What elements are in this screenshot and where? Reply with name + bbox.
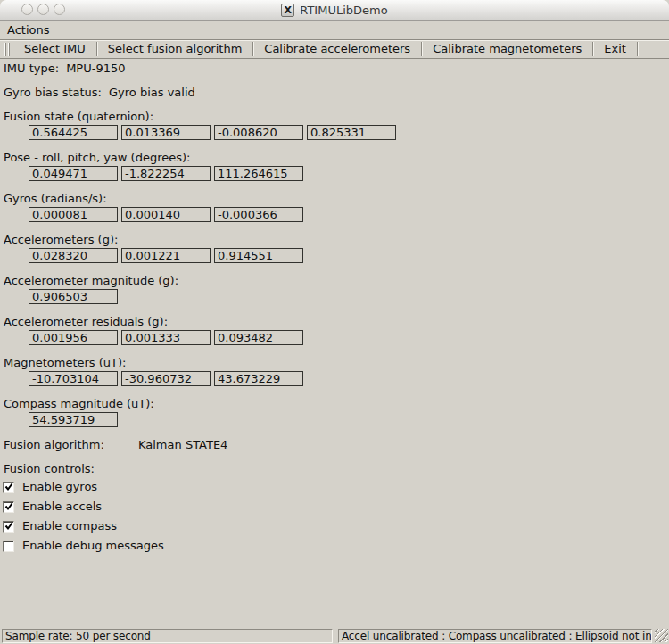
titlebar[interactable]: X RTIMULibDemo (0, 0, 669, 21)
gyros-field-0[interactable]: 0.000081 (29, 207, 118, 222)
calibrate-accelerometers-button[interactable]: Calibrate accelerometers (254, 41, 420, 57)
gyro-bias-row: Gyro bias status:Gyro bias valid (4, 86, 669, 100)
window-title: RTIMULibDemo (300, 4, 387, 17)
resize-grip-icon[interactable] (655, 629, 668, 642)
magnetometers-fields: -10.703104 -30.960732 43.673229 (29, 371, 669, 386)
accelerometers-field-1[interactable]: 0.001221 (121, 248, 211, 263)
enable-debug-messages-row: Enable debug messages (3, 539, 669, 553)
sample-rate-status: Sample rate: 50 per second (2, 629, 333, 643)
magnetometers-field-0[interactable]: -10.703104 (29, 371, 118, 386)
fusion-controls-label: Fusion controls: (4, 462, 669, 476)
menubar: Actions (0, 21, 669, 40)
fusion-state-field-1[interactable]: 0.013369 (121, 125, 211, 140)
accelerometers-fields: 0.028320 0.001221 0.914551 (29, 248, 669, 263)
fusion-state-field-0[interactable]: 0.564425 (29, 125, 118, 140)
gyros-field-2[interactable]: -0.000366 (214, 207, 303, 222)
statusbar: Sample rate: 50 per second Accel uncalib… (0, 628, 669, 644)
exit-button[interactable]: Exit (594, 41, 636, 57)
enable-accels-row: Enable accels (3, 500, 669, 514)
enable-accels-checkbox[interactable] (3, 501, 14, 513)
pose-fields: 0.049471 -1.822254 111.264615 (29, 166, 669, 181)
window-controls (21, 4, 65, 15)
fusion-algorithm-value: Kalman STATE4 (138, 438, 227, 451)
accel-magnitude-field-0[interactable]: 0.906503 (29, 289, 118, 304)
imu-type-row: IMU type:MPU-9150 (4, 62, 669, 76)
enable-debug-messages-label: Enable debug messages (22, 539, 164, 553)
close-window-button[interactable] (21, 4, 33, 15)
imu-type-label: IMU type: (4, 62, 59, 75)
fusion-state-fields: 0.564425 0.013369 -0.008620 0.825331 (29, 125, 669, 140)
gyros-fields: 0.000081 0.000140 -0.000366 (29, 207, 669, 222)
pose-label: Pose - roll, pitch, yaw (degrees): (4, 151, 669, 165)
x11-app-icon: X (281, 4, 294, 17)
fusion-algorithm-label: Fusion algorithm: (4, 438, 138, 452)
toolbar-separator (421, 42, 422, 56)
zoom-window-button[interactable] (54, 4, 65, 15)
compass-magnitude-label: Compass magnitude (uT): (4, 397, 669, 411)
menu-actions[interactable]: Actions (2, 21, 55, 38)
fusion-state-label: Fusion state (quaternion): (4, 110, 669, 124)
gyros-label: Gyros (radians/s): (4, 192, 669, 206)
enable-gyros-label: Enable gyros (22, 480, 97, 494)
enable-accels-label: Enable accels (22, 500, 102, 514)
main-content: IMU type:MPU-9150 Gyro bias status:Gyro … (0, 60, 669, 553)
pose-field-1[interactable]: -1.822254 (121, 166, 211, 181)
accel-residuals-field-1[interactable]: 0.001333 (121, 330, 211, 345)
checkmark-icon (4, 502, 13, 511)
accel-residuals-field-2[interactable]: 0.093482 (214, 330, 303, 345)
magnetometers-field-2[interactable]: 43.673229 (214, 371, 303, 386)
toolbar-drag-handle-icon[interactable] (4, 43, 12, 56)
fusion-algorithm-row: Fusion algorithm:Kalman STATE4 (4, 438, 669, 452)
enable-gyros-checkbox[interactable] (3, 482, 14, 493)
toolbar: Select IMU Select fusion algorithm Calib… (0, 40, 669, 59)
magnetometers-field-1[interactable]: -30.960732 (121, 371, 211, 386)
compass-magnitude-fields: 54.593719 (29, 412, 669, 427)
enable-gyros-row: Enable gyros (3, 480, 669, 494)
accel-magnitude-fields: 0.906503 (29, 289, 669, 304)
gyros-field-1[interactable]: 0.000140 (121, 207, 211, 222)
select-imu-button[interactable]: Select IMU (14, 41, 95, 57)
accel-residuals-label: Accelerometer residuals (g): (4, 315, 669, 329)
imu-type-value: MPU-9150 (66, 62, 125, 75)
enable-debug-messages-checkbox[interactable] (3, 541, 14, 552)
accel-magnitude-label: Accelerometer magnitude (g): (4, 274, 669, 288)
checkmark-icon (4, 483, 13, 491)
pose-field-0[interactable]: 0.049471 (29, 166, 118, 181)
calibrate-magnetometers-button[interactable]: Calibrate magnetometers (423, 41, 591, 57)
toolbar-separator (637, 42, 638, 56)
toolbar-separator (252, 42, 253, 56)
magnetometers-label: Magnetometers (uT): (4, 356, 669, 370)
select-fusion-algorithm-button[interactable]: Select fusion algorithm (98, 41, 252, 57)
toolbar-separator (592, 42, 593, 56)
minimize-window-button[interactable] (37, 4, 49, 15)
accel-residuals-field-0[interactable]: 0.001956 (29, 330, 118, 345)
pose-field-2[interactable]: 111.264615 (214, 166, 303, 181)
accelerometers-field-2[interactable]: 0.914551 (214, 248, 303, 263)
enable-compass-row: Enable compass (3, 519, 669, 533)
toolbar-separator (96, 42, 97, 56)
enable-compass-checkbox[interactable] (3, 521, 14, 533)
accelerometers-field-0[interactable]: 0.028320 (29, 248, 118, 263)
checkmark-icon (4, 522, 13, 531)
fusion-state-field-2[interactable]: -0.008620 (214, 125, 303, 140)
accel-residuals-fields: 0.001956 0.001333 0.093482 (29, 330, 669, 345)
accelerometers-label: Accelerometers (g): (4, 233, 669, 247)
enable-compass-label: Enable compass (22, 519, 117, 533)
compass-magnitude-field-0[interactable]: 54.593719 (29, 412, 118, 427)
gyro-bias-label: Gyro bias status: (4, 86, 102, 99)
app-window: X RTIMULibDemo Actions Select IMU Select… (0, 0, 669, 644)
calibration-status: Accel uncalibrated : Compass uncalibrate… (338, 629, 652, 643)
title-group: X RTIMULibDemo (281, 4, 387, 17)
fusion-state-field-3[interactable]: 0.825331 (307, 125, 396, 140)
gyro-bias-value: Gyro bias valid (109, 86, 195, 99)
